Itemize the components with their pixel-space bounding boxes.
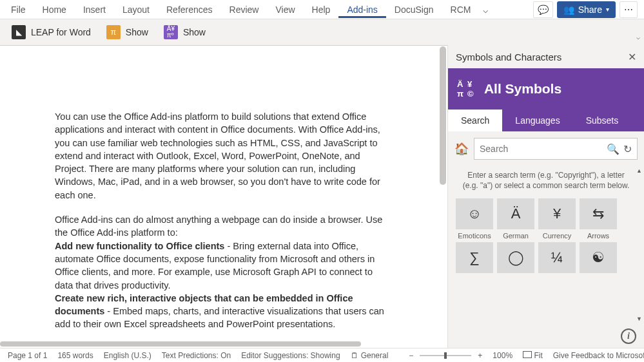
ellipsis-icon: ⋯ (624, 5, 633, 15)
ribbon-tabs: File Home Insert Layout References Revie… (0, 0, 644, 19)
pane-scrollbar[interactable]: ▲ ▼ (635, 167, 643, 322)
symbol-grid: ☺Emoticons ÄGerman ¥Currency ⇆Arrows (454, 198, 638, 240)
category-fractions[interactable]: ¼ (538, 242, 576, 273)
symbols-icon: Ä¥πº (164, 25, 178, 39)
tab-insert[interactable]: Insert (75, 1, 114, 18)
zoom-slider[interactable] (420, 355, 471, 356)
refresh-icon[interactable]: ↻ (623, 143, 632, 155)
category-misc[interactable]: ☯ (580, 242, 617, 273)
share-icon: 👥 (563, 5, 574, 15)
pane-tab-subsets[interactable]: Subsets (573, 110, 632, 131)
status-feedback[interactable]: Give Feedback to Microsoft (553, 351, 644, 360)
search-hint: Enter a search term (e.g. "Copyright"), … (454, 167, 638, 198)
addin-label: Show (126, 27, 148, 37)
pane-header-title: All Symbols (484, 81, 561, 97)
pane-tab-languages[interactable]: Languages (502, 110, 572, 131)
task-pane: Symbols and Characters ✕ Ä¥ π© All Symbo… (447, 45, 644, 348)
document-viewport: You can use the Office Add-ins platform … (0, 45, 447, 348)
addin-label: Show (183, 27, 206, 37)
addin-show-2[interactable]: Ä¥πº Show (157, 23, 212, 42)
addin-bar-chevron-icon[interactable]: ⌵ (636, 33, 640, 41)
status-general[interactable]: 🗒General (351, 351, 389, 360)
status-words[interactable]: 165 words (57, 351, 93, 360)
vertical-scrollbar[interactable] (438, 45, 447, 348)
category-arrows[interactable]: ⇆ (580, 198, 617, 229)
category-label: Currency (543, 232, 572, 240)
tab-view[interactable]: View (267, 1, 303, 18)
symbol-grid-row2: ∑ ◯ ¼ ☯ (454, 242, 638, 273)
category-german[interactable]: Ä (497, 198, 534, 229)
addin-label: LEAP for Word (31, 27, 91, 37)
search-box: 🔍 ↻ (474, 138, 638, 160)
status-predictions[interactable]: Text Predictions: On (162, 351, 231, 360)
ribbon-overflow-icon[interactable]: ⌵ (479, 5, 492, 15)
tab-file[interactable]: File (3, 1, 34, 18)
status-bar: Page 1 of 1 165 words English (U.S.) Tex… (0, 348, 644, 362)
chevron-down-icon: ▾ (606, 6, 609, 13)
tab-home[interactable]: Home (34, 1, 75, 18)
category-label: Arrows (587, 232, 609, 240)
addin-show-1[interactable]: π Show (100, 23, 155, 42)
tab-help[interactable]: Help (304, 1, 339, 18)
search-input[interactable] (480, 144, 603, 154)
info-icon[interactable]: i (621, 329, 636, 344)
tab-review[interactable]: Review (221, 1, 268, 18)
search-icon[interactable]: 🔍 (607, 143, 620, 155)
pane-tabs: Search Languages Subsets (448, 110, 644, 131)
category-currency[interactable]: ¥ (538, 198, 576, 229)
category-shapes[interactable]: ◯ (497, 242, 534, 273)
home-icon[interactable]: 🏠 (454, 142, 469, 156)
scroll-down-icon[interactable]: ▼ (636, 316, 642, 322)
pane-body: 🏠 🔍 ↻ Enter a search term (e.g. "Copyrig… (448, 131, 644, 348)
zoom-control: − + (409, 351, 482, 360)
addin-leap[interactable]: ◣ LEAP for Word (5, 23, 97, 42)
zoom-in-button[interactable]: + (478, 351, 482, 360)
status-page[interactable]: Page 1 of 1 (8, 351, 47, 360)
pane-logo-icon: Ä¥ π© (457, 80, 474, 98)
scroll-thumb[interactable] (440, 46, 446, 185)
doc-paragraph: You can use the Office Add-ins platform … (55, 110, 389, 202)
close-icon[interactable]: ✕ (628, 51, 636, 63)
scroll-up-icon[interactable]: ▲ (636, 167, 642, 174)
addin-bar: ◣ LEAP for Word π Show Ä¥πº Show ⌵ (0, 19, 644, 45)
scroll-thumb[interactable] (0, 341, 361, 347)
doc-paragraph: Office Add-ins can do almost anything a … (55, 213, 389, 331)
main-area: You can use the Office Add-ins platform … (0, 45, 644, 348)
fit-icon (523, 351, 532, 358)
search-row: 🏠 🔍 ↻ (454, 138, 638, 160)
category-math[interactable]: ∑ (456, 242, 493, 273)
pi-icon: π (106, 25, 121, 39)
pane-header: Ä¥ π© All Symbols (448, 68, 644, 110)
doc-bold: Add new functionality to Office clients (55, 241, 224, 251)
tab-rcm[interactable]: RCM (442, 1, 480, 18)
pane-titlebar: Symbols and Characters ✕ (448, 45, 644, 68)
category-emoticons[interactable]: ☺ (456, 198, 493, 229)
tab-addins[interactable]: Add-ins (338, 1, 385, 18)
comments-button[interactable]: 💬 (533, 1, 553, 18)
document-page[interactable]: You can use the Office Add-ins platform … (0, 45, 447, 348)
share-button[interactable]: 👥 Share ▾ (557, 1, 616, 18)
status-language[interactable]: English (U.S.) (104, 351, 151, 360)
zoom-slider-knob[interactable] (444, 352, 447, 359)
more-button[interactable]: ⋯ (620, 1, 638, 18)
zoom-out-button[interactable]: − (409, 351, 413, 360)
pane-title: Symbols and Characters (456, 52, 561, 62)
horizontal-scrollbar[interactable] (0, 340, 447, 348)
tab-references[interactable]: References (158, 1, 221, 18)
share-label: Share (578, 5, 602, 15)
title-actions: 💬 👥 Share ▾ ⋯ (533, 1, 641, 18)
tab-docusign[interactable]: DocuSign (386, 1, 442, 18)
pane-tab-search[interactable]: Search (448, 110, 502, 131)
comment-icon: 💬 (538, 5, 549, 15)
tab-layout[interactable]: Layout (114, 1, 158, 18)
category-label: German (503, 232, 529, 240)
category-label: Emoticons (458, 232, 491, 240)
status-editor[interactable]: Editor Suggestions: Showing (241, 351, 340, 360)
leap-icon: ◣ (12, 25, 26, 39)
status-zoom[interactable]: 100% (493, 351, 512, 360)
status-fit[interactable]: Fit (523, 351, 543, 360)
